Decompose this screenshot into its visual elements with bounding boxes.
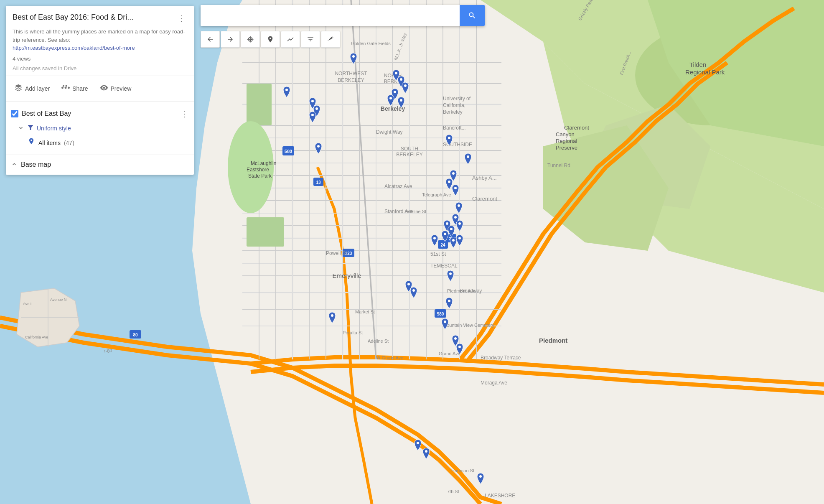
svg-point-150 [412, 289, 415, 292]
svg-text:Emeryville: Emeryville [332, 272, 361, 279]
svg-point-126 [394, 91, 396, 93]
all-items-row[interactable]: All items (47) [6, 135, 194, 151]
map-pin[interactable] [396, 97, 406, 109]
svg-text:Adeline St: Adeline St [405, 209, 426, 214]
map-pin[interactable] [421, 448, 431, 461]
map-pin[interactable] [455, 235, 465, 247]
share-button[interactable]: Share [56, 80, 93, 97]
svg-point-151 [448, 300, 450, 302]
svg-text:Market St: Market St [355, 309, 375, 314]
svg-text:Preserve: Preserve [556, 145, 577, 151]
svg-text:LAKESHORE: LAKESHORE [485, 493, 515, 499]
svg-point-138 [454, 187, 457, 189]
basemap-row[interactable]: Base map [6, 157, 194, 173]
preview-icon [100, 84, 108, 94]
forward-button[interactable] [221, 31, 240, 48]
svg-point-135 [467, 155, 469, 158]
svg-text:Avenue N: Avenue N [50, 298, 66, 302]
layer-checkbox[interactable] [11, 110, 18, 117]
map-pin[interactable] [454, 202, 464, 215]
svg-point-152 [331, 314, 333, 317]
svg-text:Dwight Way: Dwight Way [376, 129, 403, 135]
map-pin[interactable] [386, 95, 396, 107]
back-button[interactable] [201, 31, 220, 48]
map-pin[interactable] [445, 270, 455, 283]
svg-text:80: 80 [133, 333, 138, 337]
map-pin[interactable] [463, 153, 473, 166]
layer-section: Best of East Bay ⋮ Uniform style All ite… [6, 102, 194, 155]
svg-text:Mountain View Cemetery: Mountain View Cemetery [443, 323, 494, 328]
map-pin[interactable] [348, 53, 359, 66]
map-pin[interactable] [440, 318, 450, 331]
svg-point-124 [400, 78, 402, 81]
panel-title: Best of East Bay 2016: Food & Dri... [13, 13, 172, 22]
svg-point-132 [311, 114, 314, 116]
svg-text:California Ave: California Ave [25, 335, 48, 339]
layer-menu-button[interactable]: ⋮ [181, 109, 189, 119]
search-button[interactable] [460, 5, 485, 26]
map-pin[interactable] [409, 287, 419, 300]
svg-text:Ave I: Ave I [23, 302, 31, 306]
add-marker-button[interactable] [261, 31, 280, 48]
svg-point-147 [458, 237, 461, 239]
panel-link[interactable]: http://m.eastbayexpress.com/oakland/best… [13, 45, 135, 51]
map-pin[interactable] [476, 473, 486, 486]
map-pin[interactable] [313, 143, 323, 155]
svg-text:Ashby A...: Ashby A... [472, 175, 497, 181]
svg-point-142 [450, 228, 453, 230]
svg-text:Telegraph Ave: Telegraph Ave [422, 192, 451, 197]
pan-button[interactable] [241, 31, 260, 48]
pin-icon [28, 137, 35, 149]
map-pin[interactable] [455, 220, 465, 233]
chevron-down-icon[interactable] [18, 125, 24, 132]
measure-button[interactable] [321, 31, 340, 48]
map-pin[interactable] [450, 185, 460, 197]
filter-button[interactable] [301, 31, 320, 48]
map-pin[interactable] [444, 298, 454, 310]
svg-text:SOUTH: SOUTH [401, 146, 418, 152]
map-pin[interactable] [430, 235, 440, 247]
svg-point-137 [448, 181, 450, 183]
svg-point-130 [311, 100, 314, 102]
svg-point-140 [454, 216, 457, 219]
svg-point-122 [352, 55, 355, 58]
panel-saved: All changes saved in Drive [13, 65, 187, 71]
svg-rect-42 [247, 217, 284, 247]
svg-text:BERKELEY: BERKELEY [338, 77, 364, 83]
svg-text:580: 580 [437, 312, 444, 316]
svg-point-131 [315, 107, 318, 110]
preview-button[interactable]: Preview [95, 80, 137, 97]
map-pin[interactable] [327, 312, 337, 325]
svg-point-139 [458, 204, 460, 207]
svg-text:Adeline St: Adeline St [368, 339, 389, 344]
map-pin[interactable] [400, 82, 410, 95]
svg-point-144 [444, 233, 446, 235]
map-pin[interactable] [308, 112, 318, 124]
map-pin[interactable] [444, 135, 454, 147]
search-input[interactable] [201, 5, 460, 26]
svg-point-145 [433, 237, 436, 239]
svg-text:13: 13 [316, 180, 321, 185]
preview-label: Preview [111, 85, 132, 92]
map-pin[interactable] [282, 87, 292, 99]
svg-point-123 [395, 72, 397, 74]
svg-point-153 [444, 321, 446, 323]
svg-point-134 [448, 137, 450, 139]
svg-point-148 [449, 272, 452, 275]
add-layer-button[interactable]: Add layer [9, 80, 55, 97]
svg-point-149 [407, 283, 410, 285]
svg-text:Canyon: Canyon [556, 131, 575, 137]
svg-point-158 [425, 450, 427, 453]
svg-point-128 [400, 99, 402, 102]
panel-menu-button[interactable]: ⋮ [175, 13, 187, 24]
svg-text:580: 580 [285, 149, 292, 154]
svg-text:California,: California, [443, 102, 465, 108]
svg-point-125 [404, 84, 407, 87]
map-pin[interactable] [455, 344, 465, 356]
layer-row: Best of East Bay ⋮ [6, 105, 194, 122]
svg-text:BERKELEY: BERKELEY [396, 152, 422, 158]
svg-text:Moraga Ave: Moraga Ave [481, 380, 507, 386]
draw-line-button[interactable] [281, 31, 300, 48]
uniform-style-label[interactable]: Uniform style [37, 125, 71, 132]
search-bar [201, 5, 485, 26]
